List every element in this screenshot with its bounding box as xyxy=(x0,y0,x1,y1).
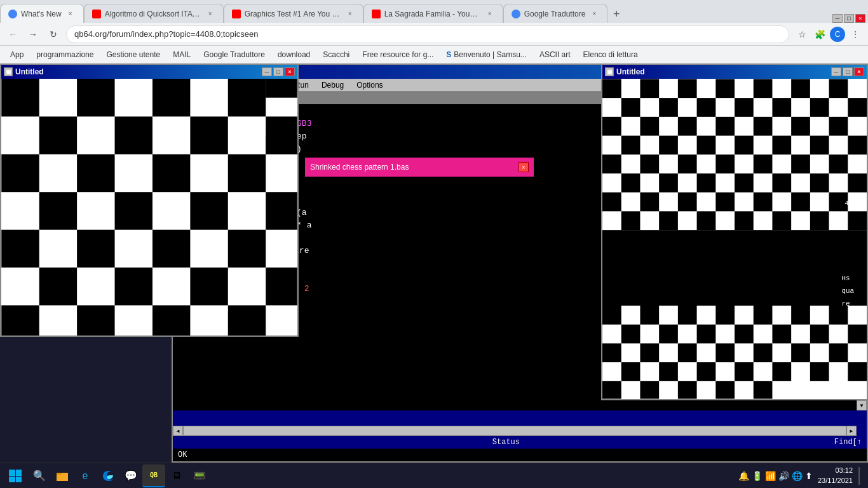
svg-rect-51 xyxy=(791,117,810,136)
qb64-taskbar-button[interactable]: QB xyxy=(142,464,165,487)
profile-icon[interactable]: C xyxy=(830,27,845,42)
show-desktop-button[interactable] xyxy=(853,464,865,487)
search-taskbar-button[interactable]: 🔍 xyxy=(28,464,51,487)
h-scroll-track[interactable] xyxy=(183,426,846,436)
tray-icon-4[interactable]: 🔊 xyxy=(778,471,789,481)
svg-text:qua: qua xyxy=(841,287,854,295)
tab-close-5[interactable]: × xyxy=(589,9,599,19)
svg-rect-39 xyxy=(621,98,641,117)
chess-right-minimize[interactable]: ─ xyxy=(831,67,841,76)
tab-close-4[interactable]: × xyxy=(485,9,495,19)
discord-taskbar-button[interactable]: 💬 xyxy=(119,464,142,487)
chess-left-minimize[interactable]: ─ xyxy=(262,67,272,76)
reload-button[interactable]: ↻ xyxy=(46,27,61,42)
bookmark-mail[interactable]: MAIL xyxy=(168,49,196,60)
back-button[interactable]: ← xyxy=(5,27,20,42)
tab-google-translate[interactable]: Google Traduttore × xyxy=(503,4,608,23)
svg-rect-92 xyxy=(715,306,735,325)
bookmark-gestione[interactable]: Gestione utente xyxy=(101,49,165,60)
tab-whats-new[interactable]: What's New × xyxy=(0,4,84,23)
tab-title-3: Graphics Test #1 Are You Certifi... xyxy=(245,10,341,18)
chess-left-maximize[interactable]: □ xyxy=(273,67,283,76)
svg-rect-90 xyxy=(640,306,659,325)
tab-favicon-2 xyxy=(92,10,101,18)
ie-taskbar-button[interactable]: e xyxy=(74,464,97,487)
svg-rect-9 xyxy=(1,154,39,192)
menu-options[interactable]: Options xyxy=(354,80,385,90)
bookmark-programmazione[interactable]: programmazione xyxy=(31,49,98,60)
svg-rect-44 xyxy=(810,98,829,117)
start-button[interactable] xyxy=(3,464,28,487)
bookmark-scacchi[interactable]: Scacchi xyxy=(318,49,355,60)
forward-button[interactable]: → xyxy=(25,27,41,42)
tab-quicksort[interactable]: Algoritmo di Quicksort ITA HD × xyxy=(84,4,224,23)
svg-rect-38 xyxy=(829,79,848,98)
edge-taskbar-button[interactable] xyxy=(97,464,119,487)
status-text: Status xyxy=(178,438,834,447)
close-browser-button[interactable]: × xyxy=(855,14,865,23)
svg-rect-29 xyxy=(266,79,297,98)
svg-rect-63 xyxy=(715,154,735,173)
tray-icon-2[interactable]: 🔋 xyxy=(752,471,763,481)
chess-titlebar-left: ▣ Untitled ─ □ × xyxy=(1,65,297,79)
chess-board-left xyxy=(1,79,297,336)
svg-rect-93 xyxy=(754,306,773,325)
bookmark-free-label: Free resource for g... xyxy=(362,50,433,59)
tray-icon-1[interactable]: 🔔 xyxy=(738,471,749,481)
menu-debug[interactable]: Debug xyxy=(319,80,346,90)
menu-icon[interactable]: ⋮ xyxy=(848,27,863,42)
svg-rect-87 xyxy=(848,211,867,230)
main-area: ▣ Untitled ─ □ × xyxy=(0,64,868,463)
svg-rect-53 xyxy=(621,136,641,155)
bookmark-google-translate[interactable]: Google Traduttore xyxy=(198,49,270,60)
svg-rect-7 xyxy=(190,116,227,154)
bookmark-ascii[interactable]: ASCII art xyxy=(534,49,576,60)
svg-rect-98 xyxy=(697,325,716,344)
svg-rect-65 xyxy=(791,154,810,173)
file-explorer-taskbar-button[interactable] xyxy=(51,464,74,487)
tray-icon-5[interactable]: 🌐 xyxy=(792,471,803,481)
scroll-right-button[interactable]: ► xyxy=(846,426,857,436)
notification-close-button[interactable]: × xyxy=(519,162,529,172)
svg-rect-25 xyxy=(1,305,39,336)
terminal-taskbar-button[interactable]: 🖥 xyxy=(165,464,188,487)
tab-close-3[interactable]: × xyxy=(345,9,355,19)
chess-right-controls: ─ □ × xyxy=(831,67,864,76)
h-scrollbar[interactable]: ◄ ► xyxy=(173,426,857,436)
bookmark-download[interactable]: download xyxy=(273,49,315,60)
bookmark-samsung[interactable]: S Benvenuto | Samsu... xyxy=(441,49,532,60)
tray-icon-3[interactable]: 📶 xyxy=(765,471,776,481)
maximize-browser-button[interactable]: □ xyxy=(844,14,854,23)
svg-rect-15 xyxy=(190,192,227,229)
taskbar-clock[interactable]: 03:12 23/11/2021 xyxy=(818,466,853,485)
minimize-browser-button[interactable]: ─ xyxy=(832,14,843,23)
svg-rect-41 xyxy=(697,98,716,117)
tab-title-4: La Sagrada Familia - YouTube xyxy=(384,10,481,18)
svg-rect-2 xyxy=(77,79,114,116)
qb64-taskbar-icon: QB xyxy=(150,471,158,478)
bookmark-elenco-label: Elenco di lettura xyxy=(583,50,638,59)
chess-right-maximize[interactable]: □ xyxy=(843,67,853,76)
extensions-icon[interactable]: 🧩 xyxy=(812,27,827,42)
tab-sagrada[interactable]: La Sagrada Familia - YouTube × xyxy=(363,4,503,23)
scroll-left-button[interactable]: ◄ xyxy=(173,426,183,436)
svg-rect-35 xyxy=(715,79,735,98)
bookmark-free-resource[interactable]: Free resource for g... xyxy=(357,49,438,60)
tab-close-2[interactable]: × xyxy=(205,9,215,19)
bookmark-app[interactable]: App xyxy=(5,49,29,60)
chess-left-close[interactable]: × xyxy=(285,67,295,76)
bookmark-elenco[interactable]: Elenco di lettura xyxy=(578,49,643,60)
bookmark-star-icon[interactable]: ☆ xyxy=(794,27,810,42)
scroll-down-button[interactable]: ▼ xyxy=(857,400,867,410)
tray-icon-6[interactable]: ⬆ xyxy=(805,471,813,481)
svg-rect-107 xyxy=(754,343,773,362)
svg-rect-6 xyxy=(115,116,153,154)
terminal2-taskbar-button[interactable]: 📟 xyxy=(188,464,211,487)
new-tab-button[interactable]: + xyxy=(607,5,625,23)
tab-graphics-test[interactable]: Graphics Test #1 Are You Certifi... × xyxy=(224,4,363,23)
tab-favicon-5 xyxy=(512,10,520,18)
url-input[interactable]: qb64.org/forum/index.php?topic=4408.0;to… xyxy=(66,25,789,43)
tab-close-1[interactable]: × xyxy=(65,9,76,19)
svg-rect-74 xyxy=(602,193,621,212)
chess-right-close[interactable]: × xyxy=(854,67,864,76)
